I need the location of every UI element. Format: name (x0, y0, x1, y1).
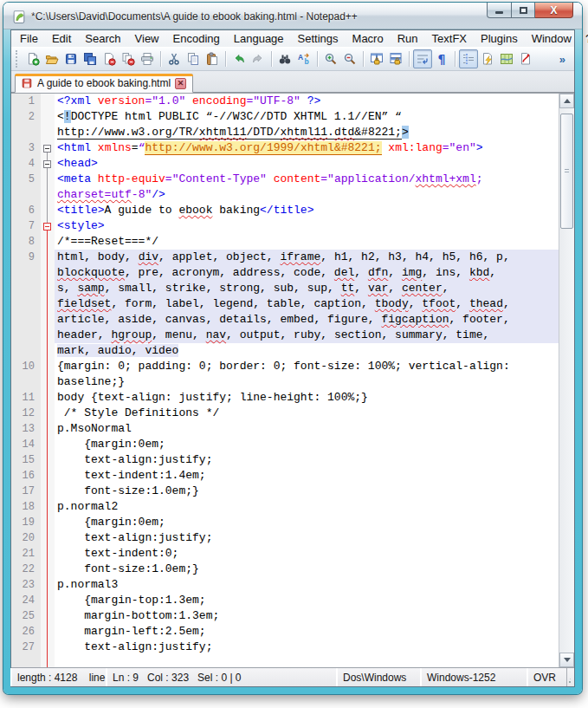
print-button[interactable] (138, 49, 157, 68)
redo-button[interactable] (249, 49, 268, 68)
code-row[interactable]: 24 {margin-top:1.3em; (11, 593, 559, 608)
function-completion-button[interactable] (478, 49, 497, 68)
toolbar-overflow-button[interactable]: » (554, 53, 571, 66)
code-row[interactable]: 2<!DOCTYPE html PUBLIC “-//W3C//DTD XHTM… (11, 109, 559, 125)
code-row[interactable]: 11body {text-align: justify; line-height… (11, 390, 559, 406)
fold-toggle[interactable] (43, 223, 51, 231)
menu-settings[interactable]: Settings (291, 31, 346, 46)
fold-toggle[interactable] (43, 160, 51, 168)
toolbar-gripper[interactable] (16, 50, 21, 68)
maximize-icon (520, 7, 527, 14)
code-row[interactable]: article, aside, canvas, details, embed, … (11, 312, 559, 328)
paste-button[interactable] (203, 49, 222, 68)
code-row[interactable]: 4<head> (11, 156, 559, 172)
code-text: <title>A guide to ebook baking</title> (55, 203, 559, 218)
code-row[interactable]: 18p.normal2 (11, 499, 559, 515)
save-button[interactable] (61, 49, 81, 68)
code-row[interactable]: header, hgroup, menu, nav, output, ruby,… (11, 328, 559, 343)
save-all-button[interactable] (81, 49, 100, 68)
code-row[interactable]: 19 {margin:0em; (11, 515, 559, 530)
maximize-button[interactable] (512, 3, 535, 18)
code-row[interactable]: 26 margin-left:2.5em; (11, 624, 559, 640)
menu-run[interactable]: Run (391, 31, 425, 46)
code-row[interactable]: 7<style> (11, 218, 559, 234)
show-all-chars-button[interactable]: ¶ (432, 49, 451, 68)
menu-window[interactable]: Window (525, 31, 578, 46)
code-row[interactable]: 14 {margin:0em; (11, 437, 559, 452)
code-row[interactable]: fieldset, form, label, legend, table, ca… (11, 296, 559, 312)
code-row[interactable]: 15 text-align:justify; (11, 452, 559, 468)
line-number: 17 (11, 484, 41, 499)
minimize-button[interactable] (487, 3, 512, 18)
scrollbar-track[interactable] (559, 108, 574, 653)
scroll-down-button[interactable] (559, 653, 574, 667)
undo-button[interactable] (229, 49, 249, 68)
menu-file[interactable]: File (13, 31, 45, 46)
code-row[interactable]: 6<title>A guide to ebook baking</title> (11, 203, 559, 218)
replace-button[interactable]: Ab (294, 49, 313, 68)
close-button[interactable]: X (535, 3, 573, 18)
code-row[interactable]: mark, audio, video (11, 343, 559, 359)
code-row[interactable]: 1<?xml version="1.0" encoding="UTF-8" ?> (11, 94, 559, 109)
code-row[interactable]: 20 text-align:justify; (11, 530, 559, 546)
menu-[interactable]: ? (578, 31, 588, 46)
open-file-button[interactable] (42, 49, 61, 68)
line-number: 26 (11, 624, 41, 640)
menu-view[interactable]: View (128, 31, 166, 46)
code-row[interactable]: 25 margin-bottom:1.3em; (11, 608, 559, 624)
sync-horizontal-button[interactable] (386, 49, 405, 68)
code-row[interactable]: 8/*===Reset===*/ (11, 234, 559, 250)
indent-guide-button[interactable] (459, 49, 478, 68)
menu-search[interactable]: Search (78, 31, 127, 46)
code-row[interactable]: 22 font-size:1.0em;} (11, 562, 559, 577)
doc-map-button[interactable] (497, 49, 516, 68)
code-text: baseline;} (55, 374, 559, 390)
code-row[interactable]: 9html, body, div, applet, object, iframe… (11, 250, 559, 265)
word-wrap-button[interactable] (413, 49, 432, 68)
fold-margin (41, 296, 55, 312)
find-button[interactable] (275, 49, 294, 68)
cut-button[interactable] (165, 49, 184, 68)
close-file-button[interactable] (100, 49, 119, 68)
code-row[interactable]: 23p.normal3 (11, 577, 559, 593)
macro-playback-button[interactable] (516, 49, 535, 68)
code-row[interactable]: 3<html xmlns=“http://www.w3.org/1999/xht… (11, 140, 559, 156)
menu-plugins[interactable]: Plugins (474, 31, 525, 46)
code-row[interactable]: http://www.w3.org/TR/xhtml11/DTD/xhtml11… (11, 125, 559, 140)
code-row[interactable]: 21 text-indent:0; (11, 546, 559, 562)
code-row[interactable]: 13p.MsoNormal (11, 421, 559, 437)
menu-language[interactable]: Language (227, 31, 291, 46)
code-row[interactable]: 17 font-size:1.0em;} (11, 484, 559, 499)
copy-button[interactable] (184, 49, 203, 68)
code-rows[interactable]: 1<?xml version="1.0" encoding="UTF-8" ?>… (11, 94, 559, 667)
zoom-in-button[interactable] (321, 49, 340, 68)
menu-macro[interactable]: Macro (346, 31, 391, 46)
code-text: <head> (55, 156, 559, 172)
scrollbar-thumb[interactable] (560, 114, 573, 229)
code-row[interactable]: charset=utf-8"/> (11, 187, 559, 203)
code-row[interactable]: 12 /* Style Definitions */ (11, 406, 559, 421)
sync-vertical-button[interactable] (367, 49, 386, 68)
resize-grip[interactable] (567, 668, 574, 686)
new-file-button[interactable] (23, 49, 42, 68)
code-row[interactable]: 5<meta http-equiv="Content-Type" content… (11, 172, 559, 187)
scroll-up-button[interactable] (559, 94, 574, 108)
menu-edit[interactable]: Edit (45, 31, 78, 46)
code-row[interactable]: blockquote, pre, acronym, address, code,… (11, 265, 559, 281)
code-row[interactable]: s, samp, small, strike, strong, sub, sup… (11, 281, 559, 296)
fold-margin (41, 343, 55, 359)
code-row[interactable]: baseline;} (11, 374, 559, 390)
tab-active[interactable]: A guide to ebook baking.html ✕ (15, 74, 193, 93)
menu-encoding[interactable]: Encoding (166, 31, 227, 46)
code-editor[interactable]: 1<?xml version="1.0" encoding="UTF-8" ?>… (11, 93, 574, 667)
zoom-out-button[interactable] (340, 49, 359, 68)
close-all-button[interactable] (119, 49, 138, 68)
fold-toggle[interactable] (43, 145, 51, 153)
vertical-scrollbar[interactable] (559, 94, 574, 667)
code-row[interactable]: 16 text-indent:1.4em; (11, 468, 559, 484)
code-row[interactable]: 10{margin: 0; padding: 0; border: 0; fon… (11, 359, 559, 374)
menu-textfx[interactable]: TextFX (425, 31, 474, 46)
tab-close-icon[interactable]: ✕ (175, 78, 186, 89)
line-number: 19 (11, 515, 41, 530)
code-row[interactable]: 27 text-align:justify; (11, 640, 559, 655)
